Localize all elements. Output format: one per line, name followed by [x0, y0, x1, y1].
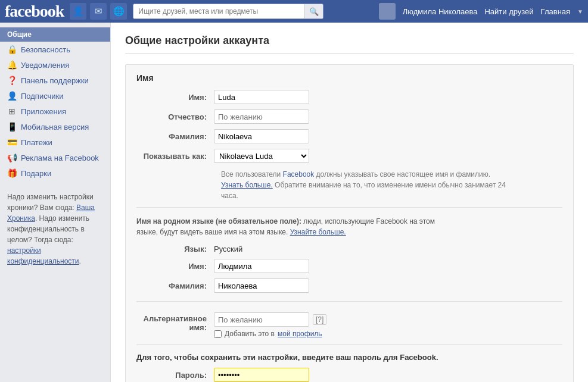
home-link[interactable]: Главная	[541, 7, 570, 16]
notifications-bell-icon: 🔔	[7, 60, 17, 70]
sidebar-item-ads-label: Реклама на Facebook	[21, 154, 99, 162]
password-input[interactable]	[214, 368, 309, 382]
sidebar-note: Надо изменить настройки хроники? Вам сюд…	[0, 186, 110, 273]
native-first-row: Имя:	[136, 259, 562, 273]
password-label: Пароль:	[136, 371, 214, 380]
sidebar-item-subscribers[interactable]: 👤 Подписчики	[0, 88, 110, 104]
sidebar-section-general[interactable]: Общие	[0, 27, 110, 42]
alt-name-section: Альтернативное имя: [?] Добавить это в м…	[136, 312, 562, 338]
sidebar-item-security-label: Безопасность	[21, 45, 70, 54]
password-row: Пароль:	[136, 368, 562, 382]
sidebar-item-payments-label: Платежи	[21, 138, 52, 147]
name-info-text: Все пользователи Facebook должны указыва…	[221, 169, 507, 201]
native-last-input[interactable]	[214, 278, 309, 293]
sidebar-item-payments[interactable]: 💳 Платежи	[0, 134, 110, 150]
gifts-icon: 🎁	[7, 168, 17, 178]
friend-requests-icon[interactable]: 👤	[70, 3, 86, 20]
page-title: Общие настройки аккаунта	[125, 35, 574, 54]
dropdown-arrow-icon[interactable]: ▼	[577, 8, 583, 15]
native-first-input[interactable]	[214, 259, 309, 273]
native-lang-info: Имя на родном языке (не обязательное пол…	[136, 216, 446, 237]
learn-more-link-1[interactable]: Узнать больше.	[221, 181, 273, 189]
display-as-select[interactable]: Nikolaeva Luda	[214, 149, 309, 163]
middle-name-input[interactable]	[214, 109, 309, 124]
sidebar-item-mobile-label: Мобильная версия	[21, 123, 89, 131]
privacy-settings-link[interactable]: настройки конфиденциальности	[7, 246, 79, 265]
ads-icon: 📢	[7, 153, 17, 162]
name-section: Имя Имя: Отчество: Фамилия: Показывать к…	[125, 64, 574, 382]
my-profile-link[interactable]: мой профиль	[278, 330, 322, 338]
native-lang-section: Имя на родном языке (не обязательное пол…	[136, 207, 562, 293]
mobile-icon: 📱	[7, 122, 17, 131]
sidebar-item-gifts[interactable]: 🎁 Подарки	[0, 165, 110, 181]
display-as-label: Показывать как:	[136, 152, 214, 161]
alt-help-link[interactable]: [?]	[313, 314, 326, 325]
lang-row: Язык: Русский	[136, 245, 562, 253]
security-icon: 🔒	[7, 45, 17, 54]
messages-icon[interactable]: ✉	[90, 3, 107, 20]
avatar	[379, 3, 396, 20]
search-bar: 🔍	[133, 4, 323, 19]
sidebar-item-ads[interactable]: 📢 Реклама на Facebook	[0, 150, 110, 165]
add-to-profile-checkbox[interactable]	[214, 330, 222, 338]
learn-more-link-2[interactable]: Узнайте больше.	[290, 228, 346, 236]
user-name[interactable]: Людмила Николаева	[403, 7, 478, 16]
sidebar-item-notifications[interactable]: 🔔 Уведомления	[0, 57, 110, 73]
middle-name-row: Отчество:	[136, 109, 562, 124]
native-first-label: Имя:	[136, 262, 214, 271]
sidebar-item-subscribers-label: Подписчики	[21, 92, 64, 101]
alt-name-label: Альтернативное имя:	[136, 312, 214, 332]
native-last-label: Фамилия:	[136, 281, 214, 290]
first-name-input[interactable]	[214, 90, 309, 104]
find-friends-link[interactable]: Найти друзей	[484, 7, 533, 16]
name-section-label: Имя	[136, 73, 562, 83]
sidebar-item-security[interactable]: 🔒 Безопасность	[0, 42, 110, 57]
sidebar-item-notifications-label: Уведомления	[21, 61, 69, 70]
lang-value: Русский	[214, 245, 242, 253]
sidebar: Общие 🔒 Безопасность 🔔 Уведомления ❓ Пан…	[0, 23, 110, 382]
display-as-wrap: Nikolaeva Luda	[214, 149, 309, 163]
alt-name-controls: [?] Добавить это в мой профиль	[214, 312, 326, 338]
password-section: Для того, чтобы сохранить эти настройки,…	[136, 344, 562, 382]
search-input[interactable]	[133, 4, 304, 18]
main-content: Общие настройки аккаунта Имя Имя: Отчест…	[110, 23, 588, 382]
last-name-row: Фамилия:	[136, 129, 562, 143]
display-as-row: Показывать как: Nikolaeva Luda	[136, 149, 562, 163]
facebook-logo: facebook	[5, 3, 64, 20]
subscribers-icon: 👤	[7, 91, 17, 101]
sidebar-item-support-label: Панель поддержки	[21, 76, 89, 85]
payments-icon: 💳	[7, 137, 17, 147]
add-to-profile-row: Добавить это в мой профиль	[214, 330, 326, 338]
sidebar-item-apps[interactable]: ⊞ Приложения	[0, 104, 110, 119]
first-name-label: Имя:	[136, 93, 214, 102]
support-icon: ❓	[7, 76, 17, 85]
search-button[interactable]: 🔍	[304, 4, 323, 18]
lang-label: Язык:	[136, 245, 214, 253]
password-prompt: Для того, чтобы сохранить эти настройки,…	[136, 353, 562, 362]
sidebar-item-gifts-label: Подарки	[21, 169, 51, 178]
native-last-row: Фамилия:	[136, 278, 562, 293]
notifications-icon[interactable]: 🌐	[110, 3, 127, 20]
alt-name-input[interactable]	[214, 312, 309, 327]
last-name-label: Фамилия:	[136, 132, 214, 141]
sidebar-item-apps-label: Приложения	[21, 107, 66, 116]
sidebar-item-support[interactable]: ❓ Панель поддержки	[0, 73, 110, 88]
apps-icon: ⊞	[7, 107, 17, 116]
middle-name-label: Отчество:	[136, 112, 214, 121]
first-name-row: Имя:	[136, 90, 562, 104]
last-name-input[interactable]	[214, 129, 309, 143]
sidebar-item-mobile[interactable]: 📱 Мобильная версия	[0, 119, 110, 134]
